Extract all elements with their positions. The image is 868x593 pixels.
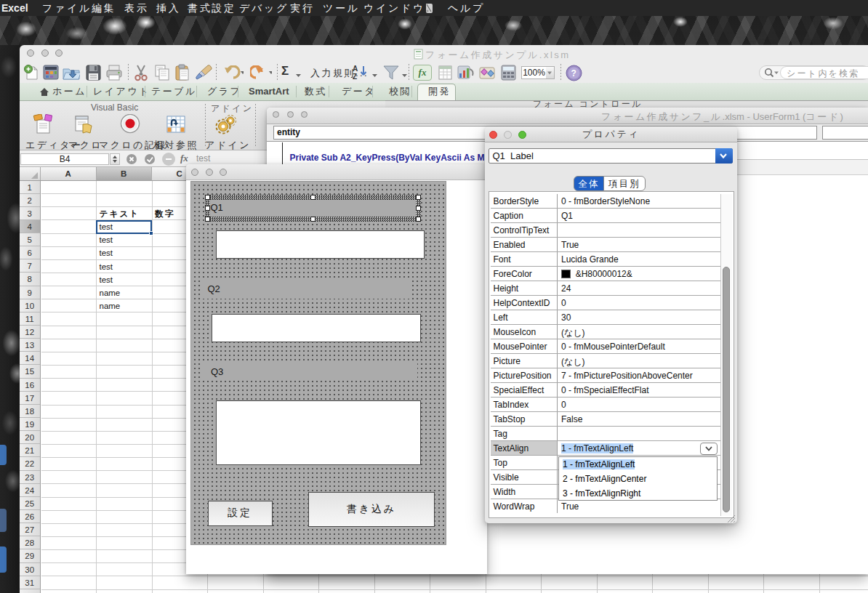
svg-text:A: A [353,65,358,73]
svg-text:?: ? [571,68,576,78]
svg-text:Z: Z [353,73,357,80]
